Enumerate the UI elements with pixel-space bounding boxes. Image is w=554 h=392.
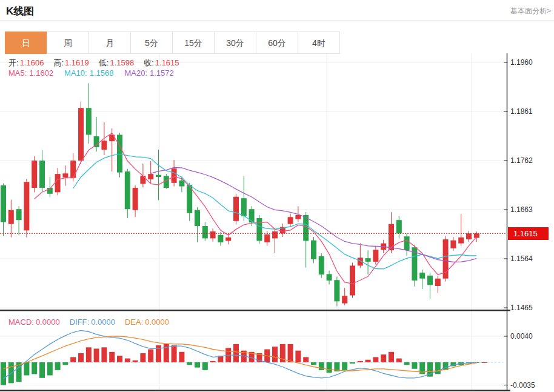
candle-body [319, 256, 324, 274]
candle-body [179, 181, 184, 187]
candle-body [148, 174, 153, 179]
y-axis-label: 0.0040 [510, 332, 533, 341]
interval-tabbar: 日周月5分15分30分60分4时 [5, 32, 340, 54]
tab-month[interactable]: 月 [88, 32, 131, 54]
candle-body [435, 279, 441, 286]
fundamental-analysis-link[interactable]: 基本面分析> [510, 6, 551, 16]
current-price-tag: 1.1615 [508, 227, 549, 240]
page-title: K线图 [6, 4, 34, 18]
tab-15min[interactable]: 15分 [172, 32, 215, 54]
macd-value-legend: MACD:0.0000 [8, 317, 60, 327]
candle-body [195, 210, 200, 226]
candle-body [101, 141, 107, 150]
macd-bar [358, 361, 363, 362]
macd-bar [233, 344, 239, 362]
candle-body [202, 226, 208, 238]
ma20-legend: MA20:1.1572 [124, 68, 173, 78]
candle-body [272, 231, 278, 238]
macd-bar [311, 362, 316, 365]
macd-bar [140, 353, 145, 362]
candle-body [342, 296, 347, 303]
macd-bar [179, 352, 184, 362]
macd-bar [373, 357, 378, 362]
open-label: 开: [8, 58, 19, 67]
close-label: 收: [144, 58, 154, 67]
candle-body [311, 241, 316, 259]
ma10-legend: MA10:1.1568 [64, 68, 113, 78]
candle-body [419, 273, 425, 279]
macd-bar [117, 356, 122, 362]
y-axis-label: 1.1564 [510, 254, 533, 263]
macd-bar [342, 362, 347, 370]
macd-bar [482, 362, 487, 363]
macd-bar [381, 354, 386, 362]
ma5-line [35, 133, 477, 284]
close-value: 1.1615 [155, 58, 179, 67]
y-axis-label: 1.1465 [510, 304, 533, 312]
macd-bar [32, 362, 37, 374]
macd-label: MACD: [8, 317, 34, 327]
candle-body [55, 174, 61, 192]
ma5-label: MA5: [8, 68, 27, 78]
tab-4hour[interactable]: 4时 [298, 32, 340, 54]
candle-body [86, 108, 92, 135]
macd-bar [78, 353, 84, 362]
diff-label: DIFF: [70, 317, 90, 327]
macd-bar [24, 362, 29, 376]
diff-line [4, 330, 477, 379]
candle-body [225, 238, 231, 241]
macd-bar [39, 362, 45, 378]
candle-body [140, 176, 145, 184]
candle-body [256, 218, 262, 241]
candle-body [396, 220, 402, 233]
candle-body [94, 136, 99, 147]
candle-body [39, 161, 45, 188]
open-value: 1.1606 [20, 58, 44, 67]
low-value: 1.1598 [110, 58, 134, 67]
ma5-value: 1.1602 [29, 68, 53, 78]
candle-body [264, 234, 270, 242]
y-axis-label: 1.1861 [510, 107, 533, 116]
tab-5min[interactable]: 5分 [130, 32, 173, 54]
candle-body [404, 236, 410, 250]
ma20-value: 1.1572 [150, 68, 174, 78]
macd-bar [8, 362, 14, 383]
macd-bar [148, 350, 153, 363]
macd-bar [389, 352, 394, 362]
macd-bar [109, 352, 115, 362]
macd-bar [86, 347, 92, 362]
candle-body [62, 173, 68, 178]
candle-body [210, 231, 216, 238]
macd-bar [62, 362, 68, 365]
macd-bar [303, 357, 309, 362]
tab-60min[interactable]: 60分 [256, 32, 298, 54]
ohlc-close: 收:1.1615 [144, 58, 179, 67]
low-label: 低: [99, 58, 109, 67]
tab-week[interactable]: 周 [47, 32, 89, 54]
macd-bar [327, 362, 332, 373]
candle-body [458, 238, 464, 244]
candle-body [295, 215, 301, 219]
candle-body [16, 209, 22, 220]
pane-divider [0, 310, 510, 311]
candle-body [365, 258, 371, 262]
tab-day[interactable]: 日 [5, 32, 47, 54]
candle-body [327, 274, 332, 281]
macd-bar [365, 360, 371, 362]
candle-body [70, 161, 76, 178]
ma10-value: 1.1568 [90, 68, 114, 78]
candle-body [350, 265, 355, 295]
y-axis-label: 1.1960 [510, 58, 533, 67]
candle-body [133, 188, 138, 210]
tab-30min[interactable]: 30分 [214, 32, 256, 54]
y-axis-label: 1.1663 [510, 205, 533, 214]
high-label: 高: [53, 58, 64, 67]
candle-body [78, 108, 84, 161]
candle-body [156, 175, 161, 177]
candle-body [1, 185, 6, 222]
macd-bar [288, 344, 293, 362]
candle-body [450, 241, 456, 248]
candle-body [249, 209, 255, 222]
candle-body [466, 233, 472, 239]
macd-bar [195, 362, 200, 368]
